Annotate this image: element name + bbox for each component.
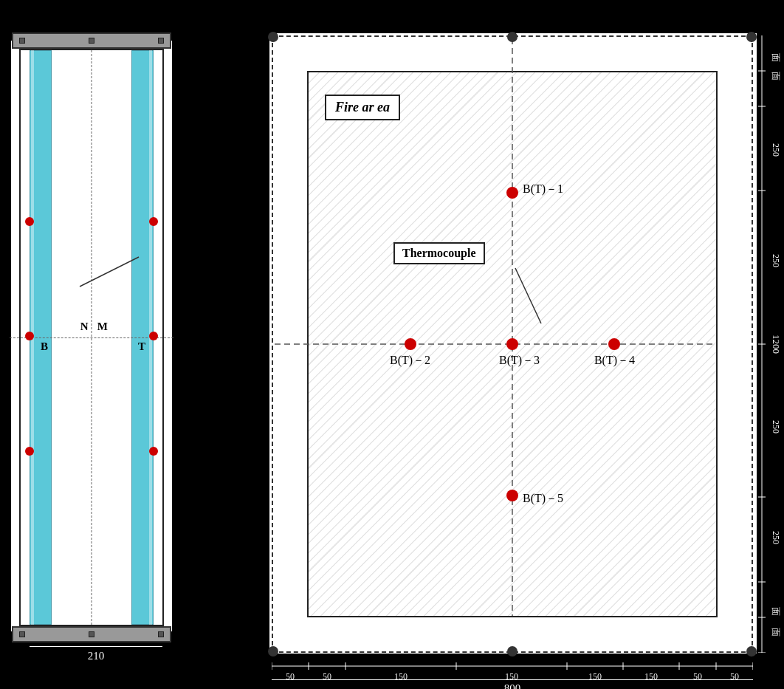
- main-container: N M B T 210: [0, 0, 784, 689]
- svg-line-0: [80, 257, 139, 287]
- bt4-dot: [608, 338, 620, 350]
- bolt-tc: [89, 38, 94, 44]
- left-dim-label: 210: [30, 646, 162, 662]
- bolt-tl: [19, 38, 25, 44]
- bt1-label: B(T)－1: [523, 182, 563, 197]
- bt2-dot: [405, 338, 416, 350]
- svg-text:面: 面: [771, 628, 781, 637]
- right-dim-area: 面 面 250 250 1200 250 250 面 面: [754, 35, 784, 653]
- left-panel: N M B T: [13, 43, 170, 632]
- bt1-dot: [506, 187, 518, 199]
- svg-text:250: 250: [771, 531, 781, 544]
- svg-text:面: 面: [771, 607, 781, 616]
- corner-tl: [268, 32, 278, 42]
- center-bottom-circle: [507, 646, 517, 657]
- thermocouple-text: Thermocouple: [402, 247, 476, 259]
- bt3-dot: [506, 338, 518, 350]
- bt2-label: B(T)－2: [390, 353, 430, 369]
- svg-text:250: 250: [771, 143, 781, 157]
- annotation-line: [21, 50, 162, 625]
- svg-text:面: 面: [771, 53, 781, 62]
- fire-area-border: Fire ar ea Thermocouple B(T)－1 B(T)－2 B(…: [307, 71, 718, 617]
- svg-text:250: 250: [771, 420, 781, 433]
- bolt-bc: [89, 631, 94, 637]
- top-plate: [12, 32, 171, 49]
- bt5-label: B(T)－5: [523, 491, 563, 507]
- center-top-circle: [507, 32, 517, 42]
- corner-bl: [268, 646, 278, 657]
- fire-area-label-box: Fire ar ea: [325, 95, 400, 120]
- bt5-dot: [506, 490, 518, 501]
- right-outer-border: Fire ar ea Thermocouple B(T)－1 B(T)－2 B(…: [272, 35, 753, 653]
- total-width-label: 800: [272, 679, 753, 689]
- bt4-label: B(T)－4: [594, 353, 635, 369]
- svg-text:面: 面: [771, 72, 781, 80]
- svg-text:250: 250: [771, 254, 781, 267]
- fire-area-text: Fire ar ea: [335, 100, 390, 114]
- left-inner-border: N M B T: [19, 49, 164, 626]
- bottom-plate: [12, 626, 171, 642]
- bolt-tr: [158, 38, 164, 44]
- bolt-br: [158, 631, 164, 637]
- svg-text:1200: 1200: [771, 335, 782, 354]
- bolt-bl: [19, 631, 25, 637]
- bt3-label: B(T)－3: [499, 353, 540, 369]
- thermocouple-label-box: Thermocouple: [393, 242, 485, 264]
